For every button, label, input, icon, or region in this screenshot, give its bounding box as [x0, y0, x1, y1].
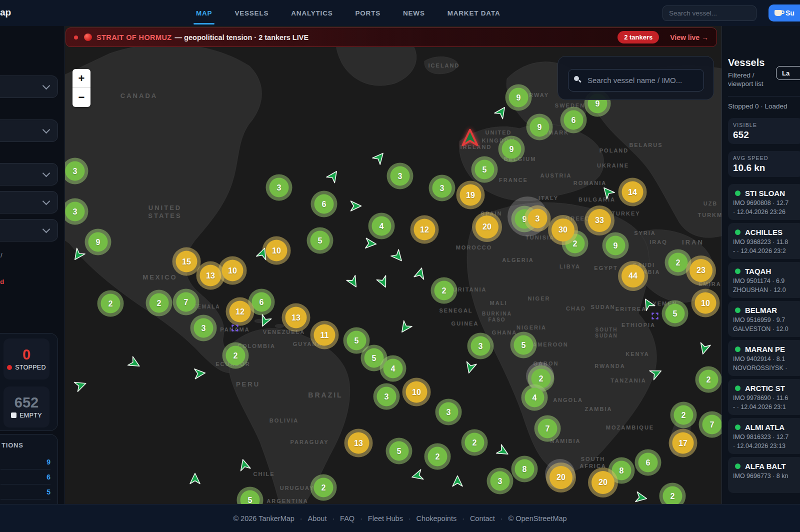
vessel-cluster-marker[interactable]: 33 — [584, 206, 614, 236]
vessel-list-item[interactable]: TAQAHIMO 9501174 · 6.9ZHOUSHAN · 12.0 — [728, 262, 800, 298]
vessel-cluster-marker[interactable]: 12 — [226, 298, 254, 326]
vessel-cluster-marker[interactable]: 10 — [218, 256, 247, 285]
vessel-cluster-marker[interactable]: 2 — [462, 430, 488, 456]
vessel-cluster-marker[interactable]: 3 — [374, 384, 400, 410]
vessel-list-item[interactable]: ARCTIC STIMO 9978690 · 11.6- · 12.04.202… — [728, 379, 800, 415]
vessel-arrow-icon[interactable] — [451, 474, 464, 490]
tab-ports[interactable]: PORTS — [356, 0, 381, 26]
vessel-arrow-icon[interactable] — [191, 366, 207, 381]
vessel-cluster-marker[interactable]: 5 — [386, 438, 412, 464]
vessel-arrow-icon[interactable] — [632, 490, 649, 504]
vessel-arrow-icon[interactable] — [362, 236, 378, 251]
vessel-cluster-marker[interactable]: 9 — [602, 232, 629, 259]
vessel-cluster-marker[interactable]: 7 — [534, 416, 561, 442]
vessel-cluster-marker[interactable]: 9 — [526, 114, 553, 140]
vessel-list-item[interactable]: MARAN PEIMO 9402914 · 8.1NOVOROSSIYSK · — [728, 340, 800, 376]
layers-button[interactable]: La — [776, 66, 800, 80]
vessel-cluster-marker[interactable]: 6 — [311, 191, 338, 218]
footer-link[interactable]: Chokepoints — [416, 514, 457, 522]
vessel-cluster-marker[interactable]: 3 — [524, 206, 551, 232]
vessel-cluster-marker[interactable]: 8 — [512, 456, 538, 482]
chokepoint-icon[interactable] — [652, 313, 658, 320]
vessel-cluster-marker[interactable]: 23 — [686, 256, 716, 286]
vessel-list-item[interactable]: ALMI ATLAIMO 9816323 · 12.7· 12.04.2026 … — [728, 418, 800, 454]
vessel-cluster-marker[interactable]: 4 — [522, 384, 548, 411]
app-logo[interactable]: ap — [0, 7, 11, 18]
vessel-cluster-marker[interactable]: 2 — [670, 402, 697, 428]
stat-stopped[interactable]: 0STOPPED — [4, 338, 50, 380]
vessel-cluster-marker[interactable]: 13 — [282, 304, 310, 332]
vessel-cluster-marker[interactable]: 4 — [368, 213, 395, 240]
vessel-cluster-marker[interactable]: 3 — [429, 175, 456, 202]
tab-market-data[interactable]: MARKET DATA — [448, 0, 500, 26]
vessel-cluster-marker[interactable]: 20 — [546, 462, 576, 492]
map-canvas[interactable]: STRAIT OF HORMUZ — geopolitical tension … — [64, 26, 722, 504]
vessel-list-item[interactable]: STI SLOANIMO 9690808 · 12.7· 12.04.2026 … — [728, 184, 800, 220]
view-live-link[interactable]: View live → — [670, 34, 708, 42]
vessel-cluster-marker[interactable]: 6 — [560, 107, 587, 134]
destination-row[interactable]: 5 — [0, 484, 50, 500]
footer-link[interactable]: © OpenStreetMap — [508, 514, 567, 522]
vessel-cluster-marker[interactable]: 9 — [506, 84, 532, 111]
vessel-cluster-marker[interactable]: 5 — [510, 332, 537, 358]
tab-vessels[interactable]: VESSELS — [234, 0, 268, 26]
vessel-cluster-marker[interactable]: 12 — [410, 216, 439, 244]
vessel-cluster-marker[interactable]: 3 — [266, 174, 292, 201]
vessel-cluster-marker[interactable]: 14 — [618, 178, 647, 206]
sidebar-filter-select-1[interactable] — [0, 76, 58, 98]
map-search-input[interactable] — [568, 69, 704, 92]
vessel-cluster-marker[interactable]: 2 — [146, 290, 172, 316]
footer-link[interactable]: About — [308, 514, 327, 522]
vessel-cluster-marker[interactable]: 2 — [696, 366, 722, 393]
vessel-cluster-marker[interactable]: 9 — [85, 229, 112, 256]
vessel-cluster-marker[interactable]: 11 — [310, 321, 339, 350]
vessel-cluster-marker[interactable]: 13 — [344, 429, 373, 458]
sidebar-filter-select-2[interactable] — [0, 120, 58, 142]
vessel-cluster-marker[interactable]: 5 — [307, 228, 334, 254]
tab-news[interactable]: NEWS — [403, 0, 425, 26]
vessel-cluster-marker[interactable]: 3 — [387, 163, 414, 190]
vessel-cluster-marker[interactable]: 30 — [548, 215, 578, 245]
stat-empty[interactable]: 652EMPTY — [4, 386, 50, 428]
vessel-cluster-marker[interactable]: 20 — [472, 212, 502, 242]
vessel-cluster-marker[interactable]: 5 — [472, 156, 498, 183]
vessel-cluster-marker[interactable]: 2 — [310, 474, 337, 501]
vessel-arrow-icon[interactable] — [348, 200, 362, 212]
vessel-list-item[interactable]: ACHILLESIMO 9368223 · 11.8- · 12.04.2026… — [728, 223, 800, 259]
chokepoint-icon[interactable] — [232, 325, 238, 332]
sidebar-filter-select-3[interactable] — [0, 163, 58, 186]
vessel-list-item[interactable]: ALFA BALTIMO 9696773 · 8 kn — [728, 457, 800, 493]
vessel-cluster-marker[interactable]: 2 — [424, 444, 451, 470]
footer-link[interactable]: Fleet Hubs — [368, 514, 403, 522]
vessel-arrow-icon[interactable] — [188, 472, 202, 487]
vessel-cluster-marker[interactable]: 3 — [487, 468, 514, 494]
vessel-cluster-marker[interactable]: 2 — [431, 278, 458, 304]
tab-map[interactable]: MAP — [196, 0, 212, 26]
zoom-out-button[interactable]: − — [72, 88, 90, 107]
vessel-cluster-marker[interactable]: 17 — [669, 429, 698, 458]
vessel-cluster-marker[interactable]: 20 — [588, 468, 618, 498]
vessel-cluster-marker[interactable]: 3 — [436, 399, 462, 426]
vessel-cluster-marker[interactable]: 10 — [402, 378, 431, 406]
vessel-cluster-marker[interactable]: 7 — [173, 289, 200, 316]
sidebar-filter-select-4[interactable] — [0, 191, 58, 214]
tab-analytics[interactable]: ANALYTICS — [291, 0, 332, 26]
vessel-cluster-marker[interactable]: 6 — [635, 450, 662, 476]
vessel-cluster-marker[interactable]: 3 — [190, 315, 217, 342]
vessel-cluster-marker[interactable]: 7 — [699, 412, 722, 438]
vessel-cluster-marker[interactable]: 3 — [468, 333, 494, 360]
vessel-cluster-marker[interactable]: 4 — [380, 356, 406, 382]
sidebar-filter-select-5[interactable] — [0, 219, 58, 242]
alert-vessel-arrow-icon[interactable] — [460, 128, 480, 149]
destination-row[interactable]: 9 — [0, 454, 50, 470]
vessel-cluster-marker[interactable]: 9 — [498, 136, 525, 162]
support-button[interactable]: Su — [768, 4, 800, 22]
destination-row[interactable]: 6 — [0, 470, 50, 484]
vessel-cluster-marker[interactable]: 5 — [662, 300, 688, 327]
zoom-in-button[interactable]: + — [72, 69, 90, 88]
vessel-cluster-marker[interactable]: 10 — [692, 289, 720, 318]
footer-link[interactable]: Contact — [470, 514, 495, 522]
vessel-cluster-marker[interactable]: 19 — [456, 181, 485, 210]
footer-link[interactable]: FAQ — [340, 514, 354, 522]
vessel-list-item[interactable]: BELMARIMO 9516959 · 9.7GALVESTON · 12.0 — [728, 301, 800, 337]
